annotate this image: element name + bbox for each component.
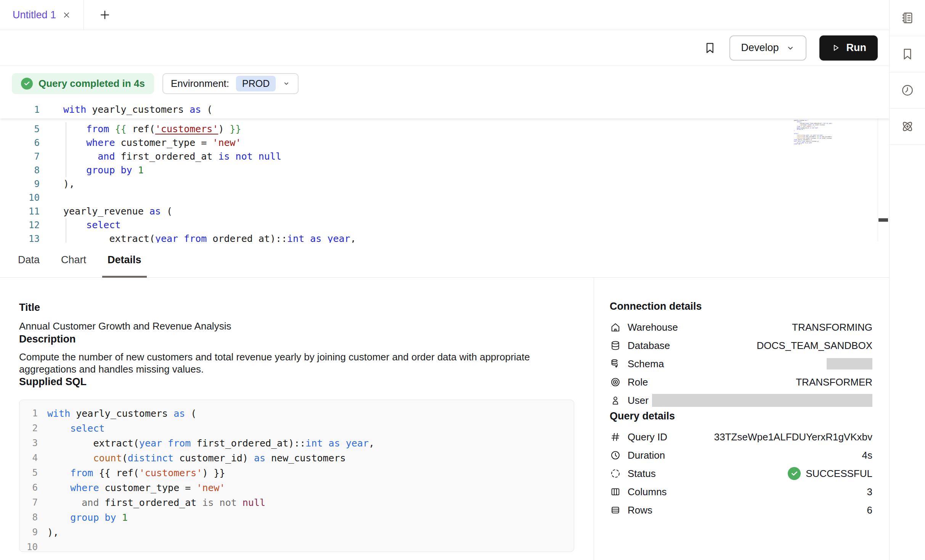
connection-details-rows: WarehouseTRANSFORMINGDatabaseDOCS_TEAM_S… [610,318,872,410]
bookmark-icon[interactable] [703,42,716,54]
code-line[interactable]: 6 where customer_type = 'new' [26,480,574,495]
develop-dropdown-button[interactable]: Develop [729,35,806,61]
database-icon [610,340,621,351]
code-line[interactable]: 7 and first_ordered_at is not null [0,150,889,163]
detail-value: TRANSFORMER [796,376,872,388]
code-line[interactable]: 6 where customer_type = 'new' [0,136,889,150]
description-value: Compute the number of new customers and … [19,351,534,375]
code-line[interactable]: 4 count(distinct customer_id) as new_cus… [26,451,574,466]
code-line[interactable]: 1with yearly_customers as ( [26,406,574,421]
chevron-down-icon [786,43,795,53]
redacted-value [827,358,872,370]
code-line[interactable]: 1with yearly_customers as ( [0,103,889,117]
editor-sticky-line: 1with yearly_customers as ( [0,101,889,118]
main-column: Untitled 1 Develop [0,0,890,560]
line-number: 3 [26,436,38,451]
connection-detail-row: DatabaseDOCS_TEAM_SANDBOX [610,336,872,355]
line-number: 2 [26,421,38,436]
notebook-icon [901,11,914,25]
code-line[interactable]: 2 select [26,421,574,436]
develop-label: Develop [741,42,779,54]
code-line[interactable]: 13 extract(year from ordered_at)::int as… [0,232,889,243]
title-value: Annual Customer Growth and Revenue Analy… [19,320,594,333]
detail-value: DOCS_TEAM_SANDBOX [757,340,872,352]
check-circle-icon [21,78,33,90]
history-clock-icon [901,83,914,97]
sidebar-button-compass[interactable] [890,109,925,145]
line-number: 1 [0,103,40,117]
line-number: 13 [0,232,40,243]
query-detail-row: StatusSUCCESSFUL [610,464,872,483]
environment-value-badge: PROD [236,76,276,91]
code-text: group by 1 [38,510,128,525]
line-number: 6 [0,136,40,150]
code-line[interactable]: 5 from {{ ref('customers') }} [26,466,574,480]
line-number: 7 [26,495,38,510]
tab-chart[interactable]: Chart [61,243,86,277]
status-row: Query completed in 4s Environment: PROD [0,66,889,101]
query-details-heading: Query details [610,410,872,422]
compass-icon [901,120,914,133]
tab-title: Untitled 1 [13,9,56,21]
editor-scrollbar[interactable] [878,104,889,242]
code-text: ), [40,177,75,191]
details-right-pane: Connection details WarehouseTRANSFORMING… [594,278,889,560]
code-line[interactable]: 9), [26,525,574,540]
code-line[interactable]: 8 group by 1 [0,163,889,177]
code-text: from {{ ref('customers') }} [38,466,225,480]
run-button[interactable]: Run [819,35,878,61]
line-number: 1 [26,406,38,421]
code-line[interactable]: 11yearly_revenue as ( [0,205,889,218]
app-window: Untitled 1 Develop [0,0,925,560]
query-details-rows: Query ID33TZseWpe1ALFDUYerxR1gVKxbvDurat… [610,428,872,519]
detail-value: 6 [867,504,872,516]
line-number: 12 [0,218,40,232]
tab-chart-label: Chart [61,254,86,266]
description-heading: Description [19,333,594,346]
role-icon [610,376,621,388]
environment-selector[interactable]: Environment: PROD [162,73,299,94]
code-text: select [40,218,121,232]
line-number: 10 [26,540,38,552]
sql-code-editor[interactable]: 1with yearly_customers as ( 5 from {{ re… [0,101,889,243]
line-number: 5 [26,466,38,480]
code-line[interactable]: 12 select [0,218,889,232]
result-tabs: Data Chart Details [0,243,889,278]
play-icon [831,43,840,53]
detail-label: Status [628,468,656,480]
rows-icon [610,504,621,516]
code-line[interactable]: 7 and first_ordered_at is not null [26,495,574,510]
line-number: 8 [0,163,40,177]
user-icon [610,395,621,406]
sidebar-button-notebook[interactable] [890,0,925,36]
close-tab-icon[interactable] [62,11,71,19]
connection-detail-row: RoleTRANSFORMER [610,373,872,391]
editor-lines: 5 from {{ ref('customers') }}6 where cus… [0,118,889,243]
clock-icon [610,450,621,461]
code-line[interactable]: 5 from {{ ref('customers') }} [0,122,889,136]
query-detail-row: Rows6 [610,501,872,519]
code-text: ), [38,525,59,540]
detail-label: Role [628,376,648,388]
connection-detail-row: WarehouseTRANSFORMING [610,318,872,336]
sidebar-button-history-clock[interactable] [890,72,925,109]
query-status-text: Query completed in 4s [39,78,145,90]
code-line[interactable]: 3 extract(year from first_ordered_at)::i… [26,436,574,451]
scrollbar-thumb[interactable] [878,218,888,222]
detail-label: Duration [628,450,665,461]
query-detail-row: Duration4s [610,446,872,464]
detail-label: Columns [628,486,667,498]
new-tab-button[interactable] [84,0,126,30]
code-line[interactable]: 10 [0,191,889,205]
query-status-pill: Query completed in 4s [12,73,154,94]
code-line[interactable]: 8 group by 1 [26,510,574,525]
tab-details[interactable]: Details [108,243,141,277]
tab-data[interactable]: Data [18,243,40,277]
code-line[interactable]: 9), [0,177,889,191]
code-line[interactable]: 10 [26,540,574,552]
code-text: where customer_type = 'new' [40,136,241,150]
code-text: and first_ordered_at is not null [40,150,281,163]
run-label: Run [846,42,866,54]
editor-tab-untitled[interactable]: Untitled 1 [0,0,84,30]
sidebar-button-bookmark[interactable] [890,36,925,72]
